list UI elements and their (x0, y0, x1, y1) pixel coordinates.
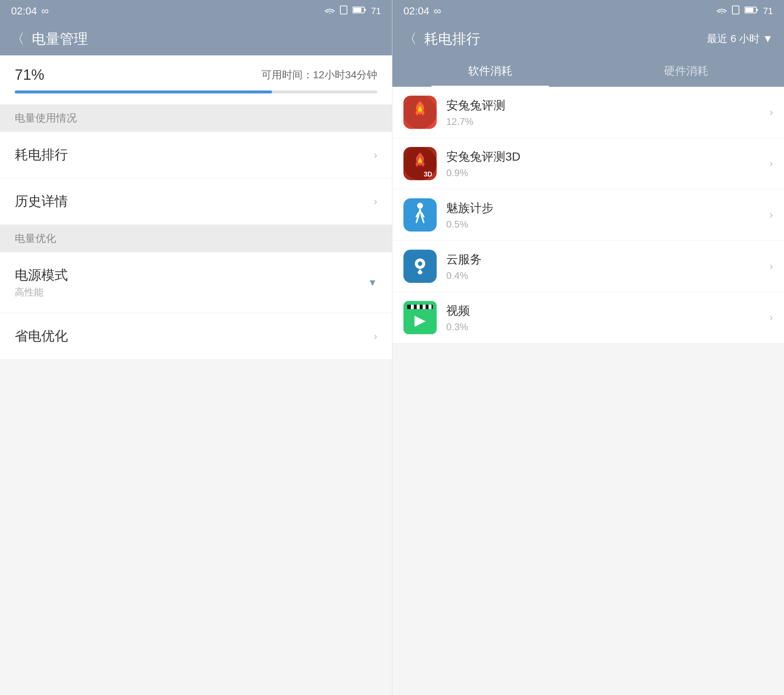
svg-rect-0 (340, 6, 347, 14)
history-chevron: › (374, 196, 377, 208)
svg-text:3D: 3D (424, 171, 432, 178)
section-optimize-header: 电量优化 (0, 225, 392, 252)
tab-software[interactable]: 软件消耗 (392, 55, 588, 87)
video-percent: 0.3% (446, 321, 769, 333)
svg-point-12 (417, 203, 423, 209)
left-time: 02:04 ∞ (11, 5, 49, 17)
right-content: 安兔兔评测 12.7% › 3D 安兔兔评测3D 0.9% › (392, 87, 784, 695)
phone-icon (340, 5, 348, 17)
left-title-bar: 〈 电量管理 (0, 22, 392, 55)
video-icon (404, 301, 436, 334)
antutu3d-percent: 0.9% (446, 167, 769, 179)
antutu-info: 安兔兔评测 12.7% (446, 97, 769, 127)
right-battery-text: 71 (763, 6, 773, 16)
meizu-step-info: 魅族计步 0.5% (446, 200, 769, 230)
battery-bar (15, 91, 377, 93)
cloud-chevron: › (769, 260, 773, 272)
cloud-info: 云服务 0.4% (446, 251, 769, 281)
video-name: 视频 (446, 303, 769, 319)
svg-rect-21 (428, 305, 432, 309)
history-label: 历史详情 (15, 192, 374, 210)
antutu-name: 安兔兔评测 (446, 97, 769, 114)
right-panel: 02:04 ∞ (392, 0, 784, 695)
right-status-bar: 02:04 ∞ (392, 0, 784, 22)
antutu-percent: 12.7% (446, 116, 769, 127)
antutu3d-info: 安兔兔评测3D 0.9% (446, 149, 769, 179)
svg-rect-19 (417, 305, 420, 309)
right-battery-icon (744, 6, 758, 16)
svg-rect-3 (353, 8, 361, 12)
tab-hardware[interactable]: 硬件消耗 (588, 55, 784, 87)
menu-item-power-save[interactable]: 省电优化 › (0, 313, 392, 360)
battery-info-section: 71% 可用时间：12小时34分钟 (0, 55, 392, 104)
power-save-label: 省电优化 (15, 327, 374, 345)
left-back-button[interactable]: 〈 (11, 30, 25, 48)
battery-icon (352, 6, 366, 16)
left-panel: 02:04 ∞ (0, 0, 392, 695)
right-phone-icon (732, 5, 740, 17)
filter-control[interactable]: 最近 6 小时 ▼ (707, 32, 773, 46)
meizu-step-chevron: › (769, 209, 773, 221)
svg-rect-6 (756, 9, 758, 11)
app-item-antutu[interactable]: 安兔兔评测 12.7% › (392, 87, 784, 138)
meizu-step-percent: 0.5% (446, 219, 769, 230)
menu-item-history[interactable]: 历史详情 › (0, 178, 392, 225)
power-mode-sub: 高性能 (15, 286, 367, 299)
power-rank-label: 耗电排行 (15, 146, 374, 164)
battery-available-time: 可用时间：12小时34分钟 (261, 68, 377, 82)
meizu-step-icon (404, 198, 436, 231)
app-item-antutu3d[interactable]: 3D 安兔兔评测3D 0.9% › (392, 138, 784, 190)
left-status-bar: 02:04 ∞ (0, 0, 392, 22)
power-rank-chevron: › (374, 149, 377, 161)
svg-rect-18 (411, 305, 414, 309)
right-wifi-icon (716, 6, 727, 16)
app-item-cloud[interactable]: 云服务 0.4% › (392, 241, 784, 292)
filter-dropdown-icon: ▼ (763, 33, 773, 45)
app-item-video[interactable]: 视频 0.3% › (392, 292, 784, 343)
svg-rect-20 (423, 305, 426, 309)
antutu-chevron: › (769, 106, 773, 118)
right-infinity-icon: ∞ (434, 5, 441, 17)
power-mode-label: 电源模式 (15, 266, 367, 284)
menu-item-power-rank[interactable]: 耗电排行 › (0, 132, 392, 178)
left-content: 71% 可用时间：12小时34分钟 电量使用情况 耗电排行 › 历史详情 › 电… (0, 55, 392, 695)
left-time-text: 02:04 (11, 5, 37, 17)
antutu3d-name: 安兔兔评测3D (446, 149, 769, 165)
battery-row: 71% 可用时间：12小时34分钟 (15, 66, 377, 83)
app-item-meizu-step[interactable]: 魅族计步 0.5% › (392, 190, 784, 241)
power-mode-dropdown-icon: ▼ (367, 277, 377, 289)
left-battery-text: 71 (371, 6, 381, 16)
power-mode-col: 电源模式 高性能 (15, 266, 367, 299)
battery-bar-fill (15, 91, 272, 93)
tabs-bar: 软件消耗 硬件消耗 (392, 55, 784, 87)
battery-percentage: 71% (15, 66, 44, 83)
cloud-icon (404, 249, 436, 283)
svg-rect-4 (732, 6, 739, 14)
right-time-text: 02:04 (404, 5, 429, 17)
right-time: 02:04 ∞ (404, 5, 441, 17)
antutu-icon (404, 96, 436, 129)
cloud-percent: 0.4% (446, 270, 769, 281)
antutu3d-icon: 3D (404, 147, 436, 180)
wifi-icon (324, 6, 335, 16)
svg-rect-2 (364, 9, 366, 11)
filter-label: 最近 6 小时 (707, 32, 759, 46)
svg-rect-7 (745, 8, 753, 12)
antutu3d-chevron: › (769, 158, 773, 170)
right-title: 耗电排行 (424, 30, 707, 48)
svg-point-15 (418, 261, 422, 266)
video-chevron: › (769, 312, 773, 324)
left-status-icons: 71 (324, 5, 381, 17)
video-info: 视频 0.3% (446, 303, 769, 333)
right-back-button[interactable]: 〈 (404, 30, 417, 48)
power-save-chevron: › (374, 330, 377, 342)
meizu-step-name: 魅族计步 (446, 200, 769, 216)
menu-item-power-mode[interactable]: 电源模式 高性能 ▼ (0, 252, 392, 313)
left-infinity-icon: ∞ (41, 5, 49, 17)
cloud-name: 云服务 (446, 251, 769, 268)
section-usage-header: 电量使用情况 (0, 104, 392, 132)
right-status-icons: 71 (716, 5, 773, 17)
left-title: 电量管理 (32, 30, 381, 48)
right-title-bar: 〈 耗电排行 最近 6 小时 ▼ (392, 22, 784, 55)
